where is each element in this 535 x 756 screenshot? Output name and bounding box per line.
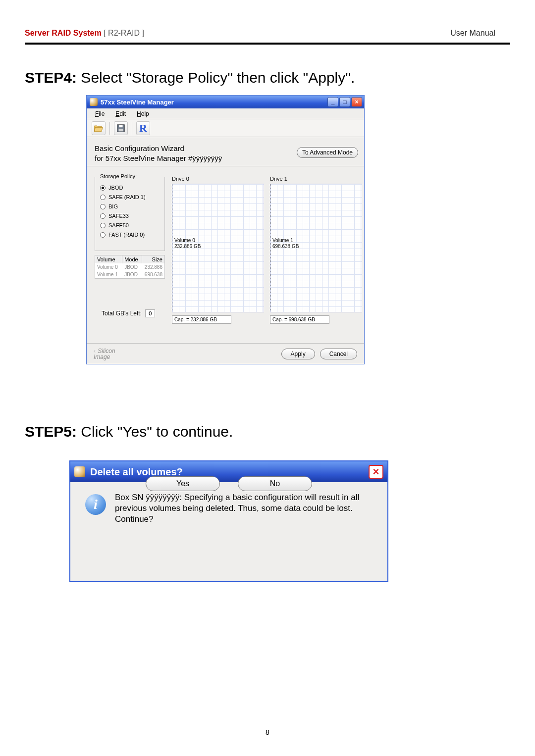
open-file-button[interactable] [92,121,106,135]
help-mnemonic: H [137,110,141,117]
step5-wrap: STEP5: Click "Yes" to continue. [25,423,233,440]
dialog-body: i Box SN ÿÿÿÿÿÿÿÿ: Specifying a basic co… [70,482,387,502]
drive0-hash [172,184,172,312]
advanced-mode-button[interactable]: To Advanced Mode [297,147,358,158]
step5-heading: STEP5: Click "Yes" to continue. [25,423,233,440]
yes-button[interactable]: Yes [146,476,220,491]
save-button[interactable] [114,121,128,135]
titlebar[interactable]: 57xx SteelVine Manager _ □ × [87,96,364,108]
storage-policy-legend: Storage Policy: [98,173,139,179]
info-icon: i [85,494,106,515]
page-header: Server RAID System [ R2-RAID ] User Manu… [0,0,535,43]
r-button[interactable]: R [136,121,150,135]
divider [87,166,364,166]
window-title: 57xx SteelVine Manager [101,99,327,106]
header-left: Server RAID System [ R2-RAID ] [25,29,144,38]
brand-logo: Silicon Image [94,348,115,360]
drive1-hash [270,184,270,312]
wizard-subtitle: for 57xx SteelVine Manager #ÿÿÿÿÿÿÿÿ [95,154,222,162]
radio-icon [100,204,106,209]
dialog-icon [74,466,85,477]
radio-fast-raid0[interactable]: FAST (RAID 0) [100,230,160,240]
window-controls: _ □ × [327,97,362,107]
floppy-icon [116,124,125,133]
wizard-title: Basic Configuration Wizard [95,144,184,152]
radio-icon [100,185,106,191]
header-right: User Manual [450,29,495,38]
cancel-button[interactable]: Cancel [320,349,357,359]
col-size[interactable]: Size [142,255,164,263]
radio-icon [100,195,106,200]
table-row[interactable]: Volume 0 JBOD 232.886 [95,263,164,271]
radio-icon [100,213,106,219]
svg-rect-1 [119,125,122,127]
total-gb-left: Total GB's Left: 0 [102,309,155,317]
header-title: Server RAID System [25,29,102,37]
d1-sz: 698.638 GB [272,244,299,249]
step5-text: Click "Yes" to continue. [77,423,233,440]
cell: Volume 1 [95,271,122,278]
steelvine-window: 57xx SteelVine Manager _ □ × File Edit H… [86,95,365,364]
minimize-button[interactable]: _ [327,97,338,107]
radio-icon [100,223,106,228]
drive0-capacity: Cap. = 232.886 GB [172,315,231,324]
radio-big[interactable]: BIG [100,202,160,211]
step4-heading: STEP4: Select "Storage Policy" then clic… [25,69,535,86]
app-icon [90,98,98,106]
page-number: 8 [0,728,535,736]
drive1-label: Drive 1 [270,176,362,182]
cell: JBOD [122,263,142,271]
col-volume[interactable]: Volume [95,255,122,263]
radio-label: SAFE (RAID 1) [108,193,146,202]
svg-rect-2 [119,128,123,131]
total-label: Total GB's Left: [102,310,142,317]
menubar: File Edit Help [87,108,364,119]
header-rule [25,43,510,45]
close-button[interactable]: × [351,97,362,107]
d0-vol: Volume 0 [174,238,195,243]
header-subtitle: [ R2-RAID ] [102,29,144,37]
drive1-column: Drive 1 Volume 1698.638 GB Cap. = 698.63… [270,176,362,324]
drive0-column: Drive 0 Volume 0232.886 GB Cap. = 232.88… [172,176,264,324]
confirm-dialog: Delete all volumes? × i Box SN ÿÿÿÿÿÿÿÿ:… [69,460,388,582]
radio-safe50[interactable]: SAFE50 [100,221,160,230]
drive1-grid[interactable]: Volume 1698.638 GB [270,184,362,312]
radio-label: SAFE33 [108,211,129,221]
footer-buttons: Apply Cancel [281,349,357,359]
radio-label: SAFE50 [108,221,129,230]
apply-button[interactable]: Apply [281,349,315,359]
menu-file[interactable]: File [90,109,110,119]
total-value: 0 [145,309,155,317]
maximize-button[interactable]: □ [339,97,350,107]
d1-vol: Volume 1 [272,238,293,243]
cell: 232.886 [142,263,164,271]
radio-label: FAST (RAID 0) [108,230,145,240]
window-footer: Silicon Image Apply Cancel [87,343,364,364]
menu-help[interactable]: Help [131,109,155,119]
drive0-label: Drive 0 [172,176,264,182]
no-button[interactable]: No [238,476,312,491]
toolbar-sep [109,122,110,135]
menu-edit[interactable]: Edit [110,109,131,119]
radio-jbod[interactable]: JBOD [100,183,160,193]
radio-safe33[interactable]: SAFE33 [100,211,160,221]
table-row[interactable]: Volume 1 JBOD 698.638 [95,271,164,278]
cell: JBOD [122,271,142,278]
volume-table: Volume Mode Size Volume 0 JBOD 232.886 V… [95,255,165,279]
main-area: Storage Policy: JBOD SAFE (RAID 1) BIG S… [87,176,364,343]
drive1-capacity: Cap. = 698.638 GB [270,315,329,324]
toolbar-sep [132,122,132,135]
cell: 698.638 [142,271,164,278]
folder-icon [94,124,104,133]
radio-safe-raid1[interactable]: SAFE (RAID 1) [100,193,160,202]
drive0-grid[interactable]: Volume 0232.886 GB [172,184,264,312]
toolbar: R [87,119,364,137]
edit-rest: dit [119,110,126,117]
col-mode[interactable]: Mode [122,255,142,263]
radio-label: JBOD [108,183,123,193]
table-header: Volume Mode Size [95,255,164,263]
step4-text: Select "Storage Policy" then click "Appl… [77,69,355,86]
drive1-volume-label: Volume 1698.638 GB [272,238,299,250]
radio-icon [100,232,106,238]
help-rest: elp [141,110,149,117]
